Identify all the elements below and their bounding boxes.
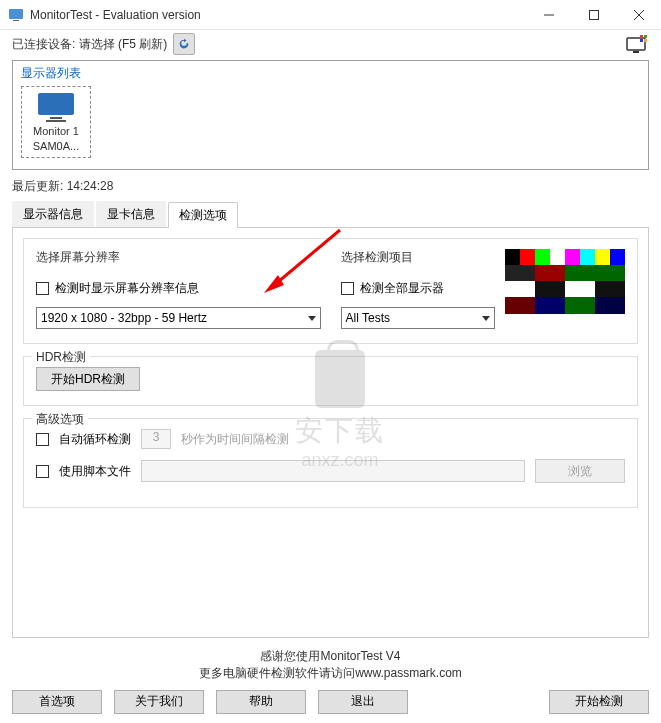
svg-rect-29 [595, 281, 625, 297]
svg-rect-14 [46, 120, 66, 122]
svg-rect-18 [550, 249, 565, 265]
svg-rect-30 [505, 297, 535, 314]
svg-rect-17 [535, 249, 550, 265]
test-all-monitors-label: 检测全部显示器 [360, 280, 444, 297]
title-bar: MonitorTest - Evaluation version [0, 0, 661, 30]
svg-rect-24 [535, 265, 565, 281]
footer-text: 感谢您使用MonitorTest V4 更多电脑硬件检测软件请访问www.pas… [12, 644, 649, 682]
browse-button[interactable]: 浏览 [535, 459, 625, 483]
chevron-down-icon [308, 316, 316, 321]
toolbar: 已连接设备: 请选择 (F5 刷新) [0, 30, 661, 58]
device-label: 已连接设备: 请选择 (F5 刷新) [12, 36, 167, 53]
use-script-checkbox[interactable] [36, 465, 49, 478]
script-path-input[interactable] [141, 460, 525, 482]
minimize-button[interactable] [526, 0, 571, 30]
hdr-fieldset: HDR检测 开始HDR检测 [23, 356, 638, 406]
logo-icon [625, 34, 649, 54]
monitor-list-title: 显示器列表 [21, 65, 81, 82]
svg-rect-16 [520, 249, 535, 265]
last-update-label: 最后更新: 14:24:28 [0, 178, 661, 201]
svg-rect-25 [565, 265, 625, 281]
use-script-label: 使用脚本文件 [59, 463, 131, 480]
about-button[interactable]: 关于我们 [114, 690, 204, 714]
tab-gpu-info[interactable]: 显卡信息 [96, 201, 166, 227]
monitor-label-line2: SAM0A... [33, 140, 79, 153]
window-title: MonitorTest - Evaluation version [30, 8, 526, 22]
preferences-button[interactable]: 首选项 [12, 690, 102, 714]
monitor-list-panel: 显示器列表 Monitor 1 SAM0A... [12, 60, 649, 170]
resolution-select[interactable]: 1920 x 1080 - 32bpp - 59 Hertz [36, 307, 321, 329]
svg-rect-23 [505, 265, 535, 281]
svg-rect-28 [565, 281, 595, 297]
advanced-fieldset: 高级选项 自动循环检测 3 秒作为时间间隔检测 使用脚本文件 浏览 [23, 418, 638, 508]
svg-rect-13 [50, 117, 62, 119]
test-items-selected-value: All Tests [346, 311, 390, 325]
hdr-section-title: HDR检测 [32, 349, 90, 366]
monitor-label-line1: Monitor 1 [33, 125, 79, 138]
svg-rect-10 [644, 39, 647, 42]
auto-loop-label: 自动循环检测 [59, 431, 131, 448]
test-items-select[interactable]: All Tests [341, 307, 496, 329]
svg-rect-11 [633, 51, 639, 53]
resolution-section-title: 选择屏幕分辨率 [36, 249, 120, 266]
monitor-item[interactable]: Monitor 1 SAM0A... [21, 86, 91, 158]
start-test-button[interactable]: 开始检测 [549, 690, 649, 714]
advanced-section-title: 高级选项 [32, 411, 88, 428]
svg-rect-22 [610, 249, 625, 265]
svg-rect-1 [13, 20, 19, 21]
test-preview-thumbnail [505, 249, 625, 314]
interval-input[interactable]: 3 [141, 429, 171, 449]
test-items-section-title: 选择检测项目 [341, 249, 413, 266]
test-all-monitors-checkbox[interactable] [341, 282, 354, 295]
svg-rect-12 [38, 93, 74, 115]
svg-rect-9 [640, 39, 643, 42]
svg-rect-3 [589, 10, 598, 19]
maximize-button[interactable] [571, 0, 616, 30]
show-resolution-checkbox[interactable] [36, 282, 49, 295]
exit-button[interactable]: 退出 [318, 690, 408, 714]
svg-rect-15 [505, 249, 520, 265]
start-hdr-test-button[interactable]: 开始HDR检测 [36, 367, 140, 391]
refresh-button[interactable] [173, 33, 195, 55]
app-icon [8, 7, 24, 23]
svg-rect-0 [9, 9, 23, 19]
interval-suffix: 秒作为时间间隔检测 [181, 431, 289, 448]
show-resolution-label: 检测时显示屏幕分辨率信息 [55, 280, 199, 297]
auto-loop-checkbox[interactable] [36, 433, 49, 446]
resolution-selected-value: 1920 x 1080 - 32bpp - 59 Hertz [41, 311, 207, 325]
svg-rect-7 [640, 35, 643, 38]
tab-row: 显示器信息 显卡信息 检测选项 [12, 201, 649, 228]
svg-rect-27 [535, 281, 565, 297]
footer-line2: 更多电脑硬件检测软件请访问www.passmark.com [12, 665, 649, 682]
svg-rect-20 [580, 249, 595, 265]
svg-rect-32 [565, 297, 595, 314]
tab-test-options[interactable]: 检测选项 [168, 202, 238, 228]
tab-content: 选择屏幕分辨率 检测时显示屏幕分辨率信息 1920 x 1080 - 32bpp… [12, 228, 649, 638]
bottom-bar: 首选项 关于我们 帮助 退出 开始检测 [0, 682, 661, 723]
svg-rect-31 [535, 297, 565, 314]
svg-rect-26 [505, 281, 535, 297]
help-button[interactable]: 帮助 [216, 690, 306, 714]
svg-rect-33 [595, 297, 625, 314]
resolution-test-fieldset: 选择屏幕分辨率 检测时显示屏幕分辨率信息 1920 x 1080 - 32bpp… [23, 238, 638, 344]
svg-rect-19 [565, 249, 580, 265]
chevron-down-icon [482, 316, 490, 321]
footer-line1: 感谢您使用MonitorTest V4 [12, 648, 649, 665]
svg-rect-8 [644, 35, 647, 38]
refresh-icon [177, 37, 191, 51]
close-button[interactable] [616, 0, 661, 30]
monitor-icon [36, 91, 76, 123]
tab-monitor-info[interactable]: 显示器信息 [12, 201, 94, 227]
svg-rect-21 [595, 249, 610, 265]
